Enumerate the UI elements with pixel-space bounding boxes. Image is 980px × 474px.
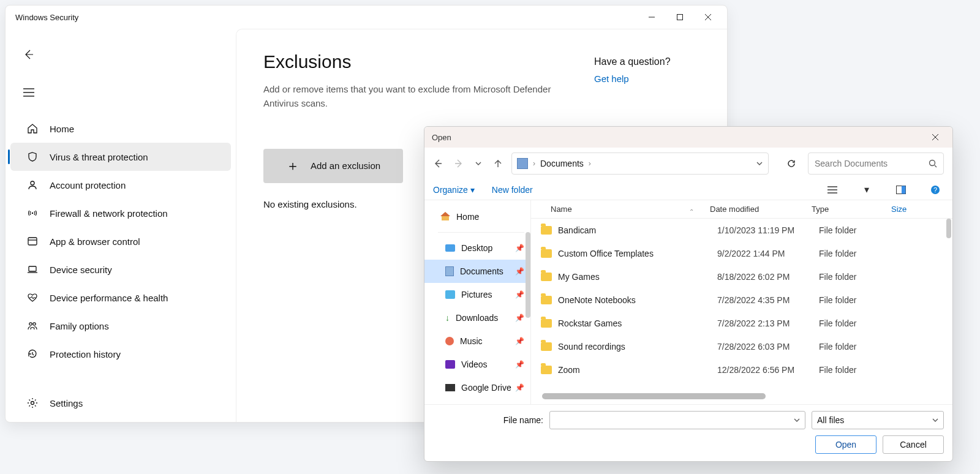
- svg-point-18: [930, 160, 935, 166]
- file-row[interactable]: My Games8/18/2022 6:02 PMFile folder: [531, 265, 952, 288]
- open-button[interactable]: Open: [815, 435, 876, 454]
- desktop-icon: [445, 244, 455, 252]
- tree-google-drive[interactable]: Google Drive 📌: [424, 376, 530, 399]
- music-icon: [445, 337, 454, 345]
- col-date-header[interactable]: Date modified: [710, 205, 812, 214]
- chevron-down-icon: [756, 160, 763, 167]
- sec-titlebar: Windows Security: [6, 6, 727, 29]
- address-bar[interactable]: › Documents ›: [511, 152, 769, 175]
- file-row[interactable]: Rockstar Games7/28/2022 2:13 PMFile fold…: [531, 312, 952, 335]
- file-filter-select[interactable]: All files: [812, 411, 944, 429]
- open-btn-row: Open Cancel: [433, 435, 944, 454]
- open-bottom: File name: All files Open Cancel: [424, 404, 952, 461]
- file-date: 7/28/2022 4:35 PM: [717, 295, 819, 305]
- google-drive-icon: [445, 384, 455, 391]
- vertical-scrollbar[interactable]: [946, 219, 951, 238]
- col-name-header[interactable]: Name ⌃: [531, 205, 710, 214]
- nav-back-button[interactable]: [433, 159, 443, 168]
- nav-arrows: [433, 159, 503, 168]
- tree-videos[interactable]: Videos 📌: [424, 353, 530, 376]
- pin-icon: 📌: [515, 337, 524, 345]
- add-exclusion-label: Add an exclusion: [311, 160, 380, 171]
- svg-point-8: [32, 213, 34, 214]
- nav-protection-history[interactable]: Protection history: [10, 340, 231, 368]
- nav-firewall[interactable]: Firewall & network protection: [10, 199, 231, 227]
- add-exclusion-button[interactable]: ＋ Add an exclusion: [263, 149, 403, 183]
- file-type: File folder: [819, 365, 899, 375]
- nav-label: Home: [50, 124, 74, 134]
- refresh-button[interactable]: [781, 152, 802, 175]
- svg-rect-11: [29, 266, 36, 271]
- tree-label: Music: [460, 336, 483, 346]
- nav-device-security[interactable]: Device security: [10, 255, 231, 284]
- antenna-icon: [26, 207, 39, 219]
- nav-device-performance[interactable]: Device performance & health: [10, 284, 231, 312]
- file-name-label: File name:: [433, 415, 543, 425]
- maximize-button[interactable]: [666, 7, 694, 27]
- nav-recent-button[interactable]: [475, 160, 482, 167]
- arrow-left-icon: [23, 48, 35, 61]
- file-name: Zoom: [558, 365, 717, 375]
- new-folder-button[interactable]: New folder: [492, 185, 533, 195]
- file-row[interactable]: Custom Office Templates9/2/2022 1:44 PMF…: [531, 242, 952, 265]
- view-dropdown-button[interactable]: ▾: [858, 182, 875, 198]
- address-dropdown[interactable]: [756, 160, 763, 167]
- tree-scrollbar[interactable]: [526, 232, 530, 318]
- nav-virus-threat[interactable]: Virus & threat protection: [10, 143, 231, 171]
- file-filter-label: All files: [817, 415, 844, 425]
- help-button[interactable]: ?: [927, 182, 944, 198]
- tree-home[interactable]: Home: [424, 205, 530, 228]
- close-button[interactable]: [694, 7, 722, 27]
- nav-account-protection[interactable]: Account protection: [10, 171, 231, 199]
- sort-asc-icon: ⌃: [689, 208, 694, 215]
- folder-icon: [541, 296, 552, 304]
- search-placeholder: Search Documents: [815, 159, 924, 168]
- file-row[interactable]: Bandicam1/10/2023 11:19 PMFile folder: [531, 219, 952, 242]
- file-row[interactable]: OneNote Notebooks7/28/2022 4:35 PMFile f…: [531, 288, 952, 312]
- nav-label: Virus & threat protection: [50, 152, 148, 162]
- horizontal-scrollbar[interactable]: [542, 393, 941, 402]
- nav-app-browser[interactable]: App & browser control: [10, 227, 231, 255]
- tree-downloads[interactable]: ↓ Downloads 📌: [424, 306, 530, 329]
- tree-pictures[interactable]: Pictures 📌: [424, 283, 530, 306]
- organize-menu[interactable]: Organize ▾: [433, 185, 475, 195]
- file-name-input[interactable]: [549, 411, 805, 429]
- nav-up-button[interactable]: [493, 159, 503, 168]
- nav-settings[interactable]: Settings: [10, 389, 231, 417]
- svg-text:?: ?: [933, 186, 937, 194]
- hamburger-icon: [23, 88, 34, 97]
- get-help-link[interactable]: Get help: [594, 73, 671, 84]
- back-button[interactable]: [15, 41, 42, 68]
- preview-pane-button[interactable]: [892, 182, 910, 198]
- tree-desktop[interactable]: Desktop 📌: [424, 236, 530, 260]
- videos-icon: [445, 360, 455, 369]
- open-close-button[interactable]: [922, 129, 949, 146]
- file-row[interactable]: Zoom12/28/2022 6:56 PMFile folder: [531, 358, 952, 382]
- open-titlebar: Open: [424, 127, 952, 148]
- organize-label: Organize: [433, 185, 468, 195]
- tree-music[interactable]: Music 📌: [424, 329, 530, 353]
- col-size-header[interactable]: Size: [891, 205, 952, 214]
- file-date: 12/28/2022 6:56 PM: [717, 365, 819, 375]
- tree-documents[interactable]: Documents 📌: [424, 260, 530, 283]
- tree-label: Home: [456, 212, 479, 222]
- hamburger-button[interactable]: [15, 79, 42, 106]
- preview-pane-icon: [896, 186, 906, 194]
- nav-home[interactable]: Home: [10, 115, 231, 143]
- col-type-header[interactable]: Type: [812, 205, 891, 214]
- nav-label: App & browser control: [50, 236, 140, 247]
- nav-family-options[interactable]: Family options: [10, 312, 231, 340]
- nav-forward-button[interactable]: [454, 159, 464, 168]
- help-question: Have a question?: [594, 56, 671, 67]
- file-row[interactable]: Sound recordings7/28/2022 6:03 PMFile fo…: [531, 335, 952, 358]
- view-list-button[interactable]: [824, 182, 841, 198]
- cancel-button[interactable]: Cancel: [883, 435, 944, 454]
- sec-sidebar: Home Virus & threat protection Account p…: [6, 29, 236, 422]
- list-icon: [827, 186, 837, 194]
- nav-label: Device performance & health: [50, 293, 168, 303]
- file-date: 1/10/2023 11:19 PM: [717, 225, 819, 235]
- minimize-button[interactable]: [638, 7, 666, 27]
- svg-point-13: [29, 323, 32, 325]
- tree-label: Desktop: [461, 243, 492, 253]
- search-input[interactable]: Search Documents: [808, 152, 944, 175]
